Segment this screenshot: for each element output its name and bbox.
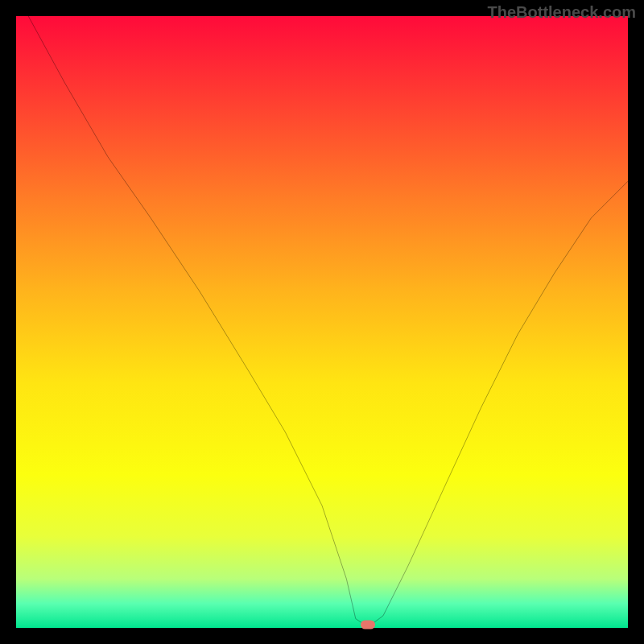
optimal-point-marker [361,621,375,630]
bottleneck-curve [16,16,628,628]
chart-plot-area [16,16,628,628]
watermark-text: TheBottleneck.com [488,3,636,22]
